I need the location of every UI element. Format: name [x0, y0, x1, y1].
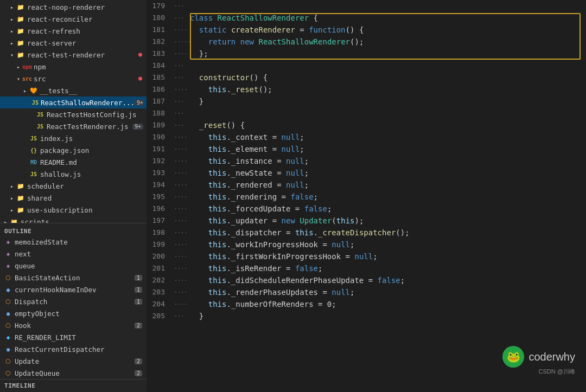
- outline-item-UpdateQueue[interactable]: ⬡ UpdateQueue 2: [0, 367, 146, 379]
- tree-item-react-refresh[interactable]: 📁 react-refresh: [0, 25, 146, 37]
- line-content: }: [190, 310, 586, 322]
- outline-item-Dispatch[interactable]: ⬡ Dispatch 1: [0, 295, 146, 307]
- line-dots: ···: [174, 0, 190, 12]
- outline-item-label: emptyObject: [15, 310, 60, 318]
- code-line-202: 202 ···· this._didScheduleRenderPhaseUpd…: [146, 274, 586, 286]
- chevron-icon: [28, 111, 35, 118]
- line-dots: ····: [174, 48, 190, 60]
- tree-item-shared[interactable]: 📁 shared: [0, 192, 146, 204]
- line-number: 205: [146, 310, 174, 322]
- line-content: }: [190, 95, 586, 107]
- code-line-191: 191 ···· this._element = null;: [146, 143, 586, 155]
- chevron-icon: [15, 75, 22, 82]
- outline-item-ReactCurrentDispatcher[interactable]: ◉ ReactCurrentDispatcher: [0, 343, 146, 355]
- outline-item-currentHookNameInDev[interactable]: ◉ currentHookNameInDev 1: [0, 284, 146, 295]
- chevron-icon: [22, 159, 28, 165]
- line-number: 190: [146, 131, 174, 143]
- line-number: 192: [146, 155, 174, 167]
- file-label: ReactShallowRenderer...: [41, 99, 135, 107]
- line-dots: ···: [174, 60, 190, 72]
- line-dots: ···: [174, 72, 190, 83]
- tree-item-ReactTestRenderer[interactable]: JS ReactTestRenderer.js 9+: [0, 120, 146, 132]
- line-number: 195: [146, 191, 174, 203]
- tree-item-react-reconciler[interactable]: 📁 react-reconciler: [0, 13, 146, 25]
- line-number: 184: [146, 60, 174, 72]
- badge-number: 1: [135, 287, 142, 293]
- file-label: react-refresh: [27, 27, 80, 35]
- tree-item-ReactShallowRenderer[interactable]: JS ReactShallowRenderer... 9+: [0, 97, 146, 108]
- line-content: this._instance = null;: [190, 155, 586, 167]
- file-label: ReactTestRenderer.js: [47, 123, 129, 131]
- line-number: 197: [146, 215, 174, 227]
- tree-item-scheduler[interactable]: 📁 scheduler: [0, 180, 146, 192]
- tree-item-src[interactable]: src src: [0, 73, 146, 85]
- tree-item-scripts[interactable]: 📁 scripts: [0, 216, 146, 223]
- code-line-199: 199 ···· this._workInProgressHook = null…: [146, 239, 586, 250]
- badge-number: 1: [135, 299, 142, 305]
- file-tree: 📁 react-noop-renderer 📁 react-reconciler…: [0, 0, 146, 223]
- badge: 9+: [135, 100, 143, 106]
- outline-item-Hook[interactable]: ⬡ Hook 2: [0, 319, 146, 331]
- file-label: use-subscription: [27, 206, 92, 214]
- code-line-190: 190 ···· this._context = null;: [146, 131, 586, 143]
- tree-item-__tests__[interactable]: 🧡 __tests__: [0, 85, 146, 97]
- outline-icon: ⬡: [4, 369, 12, 377]
- code-line-203: 203 ···· this._renderPhaseUpdates = null…: [146, 286, 586, 298]
- outline-icon: ⬡: [4, 357, 12, 365]
- line-dots: ····: [174, 262, 190, 274]
- line-dots: ·····: [174, 36, 190, 48]
- tree-item-index.js[interactable]: JS index.js: [0, 132, 146, 144]
- tree-item-react-server[interactable]: 📁 react-server: [0, 37, 146, 49]
- tree-item-package.json[interactable]: {} package.json: [0, 144, 146, 156]
- line-content: _reset() {: [190, 119, 586, 131]
- tree-item-ReactTestHostConfig[interactable]: JS ReactTestHostConfig.js: [0, 108, 146, 120]
- code-area: 179 ··· 180 ··· class ReactShallowRender…: [146, 0, 586, 392]
- line-number: 187: [146, 95, 174, 107]
- line-content: this._forcedUpdate = false;: [190, 203, 586, 215]
- chevron-icon: [9, 207, 15, 213]
- code-line-181: 181 ···· static createRenderer = functio…: [146, 24, 586, 36]
- line-number: 203: [146, 286, 174, 298]
- outline-item-label: UpdateQueue: [15, 369, 60, 377]
- line-content: this._renderPhaseUpdates = null;: [190, 286, 586, 298]
- line-dots: ····: [174, 167, 190, 179]
- outline-item-label: ReactCurrentDispatcher: [15, 345, 105, 354]
- line-number: 181: [146, 24, 174, 36]
- watermark-brand: coderwhy: [528, 351, 575, 363]
- outline-item-memoizedState[interactable]: ◈ memoizedState: [0, 236, 146, 248]
- file-label: scheduler: [27, 182, 64, 190]
- chevron-icon: [22, 171, 28, 177]
- tree-item-npm[interactable]: npm npm: [0, 61, 146, 73]
- line-dots: ····: [174, 286, 190, 298]
- outline-item-label: RE_RENDER_LIMIT: [15, 333, 76, 342]
- file-icon: src: [23, 74, 31, 83]
- line-content: constructor() {: [190, 72, 586, 83]
- outline-item-Update[interactable]: ⬡ Update 2: [0, 355, 146, 367]
- file-icon: JS: [29, 170, 38, 178]
- tree-item-use-subscription[interactable]: 📁 use-subscription: [0, 204, 146, 216]
- file-label: scripts: [21, 218, 49, 223]
- tree-item-react-noop-renderer[interactable]: 📁 react-noop-renderer: [0, 1, 146, 13]
- line-dots: ····: [174, 143, 190, 155]
- outline-item-queue[interactable]: ◈ queue: [0, 260, 146, 272]
- line-dots: ····: [174, 250, 190, 262]
- line-dots: ···: [174, 12, 190, 24]
- outline-item-BasicStateAction[interactable]: ⬡ BasicStateAction 1: [0, 272, 146, 284]
- file-icon: 📁: [16, 3, 25, 11]
- tree-item-README.md[interactable]: MD README.md: [0, 156, 146, 168]
- file-label: react-noop-renderer: [27, 3, 105, 11]
- outline-item-emptyObject[interactable]: ◉ emptyObject: [0, 307, 146, 319]
- line-number: 193: [146, 167, 174, 179]
- file-label: npm: [34, 63, 46, 71]
- watermark-author: CSDN @川峰: [539, 368, 575, 376]
- outline-item-RE_RENDER_LIMIT[interactable]: ◆ RE_RENDER_LIMIT: [0, 331, 146, 343]
- tree-item-shallow.js[interactable]: JS shallow.js: [0, 168, 146, 180]
- line-content: this._didScheduleRenderPhaseUpdate = fal…: [190, 274, 586, 286]
- line-content: this._firstWorkInProgressHook = null;: [190, 250, 586, 262]
- tree-item-react-test-renderer[interactable]: 📁 react-test-renderer: [0, 49, 146, 61]
- file-icon: {}: [29, 146, 38, 155]
- badge-number: 2: [135, 323, 142, 329]
- outline-item-next[interactable]: ◈ next: [0, 248, 146, 260]
- line-number: 194: [146, 179, 174, 191]
- code-line-195: 195 ···· this._rendering = false;: [146, 191, 586, 203]
